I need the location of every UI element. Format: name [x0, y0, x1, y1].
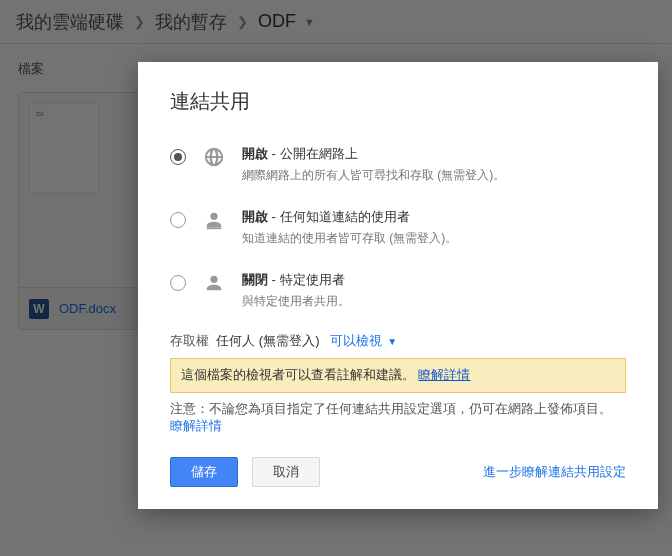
cancel-button[interactable]: 取消 [252, 457, 320, 487]
dialog-title: 連結共用 [170, 88, 626, 115]
person-link-icon [200, 206, 228, 234]
person-icon [200, 269, 228, 297]
option-text: 關閉 - 特定使用者 與特定使用者共用。 [242, 269, 626, 310]
note-text: 注意：不論您為項目指定了任何連結共用設定選項，仍可在網路上發佈項目。 瞭解詳情 [170, 401, 626, 435]
option-public-on-web[interactable]: 開啟 - 公開在網路上 網際網路上的所有人皆可尋找和存取 (無需登入)。 [170, 143, 626, 184]
radio-icon [170, 275, 186, 291]
access-row: 存取權 任何人 (無需登入) 可以檢視 ▼ [170, 332, 626, 350]
radio-icon [170, 212, 186, 228]
tip-text: 這個檔案的檢視者可以查看註解和建議。 [181, 368, 415, 382]
sharing-options: 開啟 - 公開在網路上 網際網路上的所有人皆可尋找和存取 (無需登入)。 開啟 … [170, 143, 626, 310]
access-who: 任何人 (無需登入) [216, 333, 319, 348]
access-label: 存取權 [170, 333, 209, 348]
svg-rect-0 [207, 227, 222, 229]
note-learn-more-link[interactable]: 瞭解詳情 [170, 419, 222, 433]
link-sharing-dialog: 連結共用 開啟 - 公開在網路上 網際網路上的所有人皆可尋找和存取 (無需登入)… [138, 62, 658, 509]
option-text: 開啟 - 任何知道連結的使用者 知道連結的使用者皆可存取 (無需登入)。 [242, 206, 626, 247]
tip-banner: 這個檔案的檢視者可以查看註解和建議。 瞭解詳情 [170, 358, 626, 393]
learn-more-sharing-link[interactable]: 進一步瞭解連結共用設定 [483, 463, 626, 481]
permission-dropdown[interactable]: 可以檢視 ▼ [330, 333, 397, 348]
option-text: 開啟 - 公開在網路上 網際網路上的所有人皆可尋找和存取 (無需登入)。 [242, 143, 626, 184]
globe-icon [200, 143, 228, 171]
dialog-button-row: 儲存 取消 進一步瞭解連結共用設定 [170, 457, 626, 487]
radio-icon [170, 149, 186, 165]
option-specific-people[interactable]: 關閉 - 特定使用者 與特定使用者共用。 [170, 269, 626, 310]
option-anyone-with-link[interactable]: 開啟 - 任何知道連結的使用者 知道連結的使用者皆可存取 (無需登入)。 [170, 206, 626, 247]
chevron-down-icon: ▼ [384, 336, 397, 347]
tip-learn-more-link[interactable]: 瞭解詳情 [418, 368, 470, 382]
save-button[interactable]: 儲存 [170, 457, 238, 487]
